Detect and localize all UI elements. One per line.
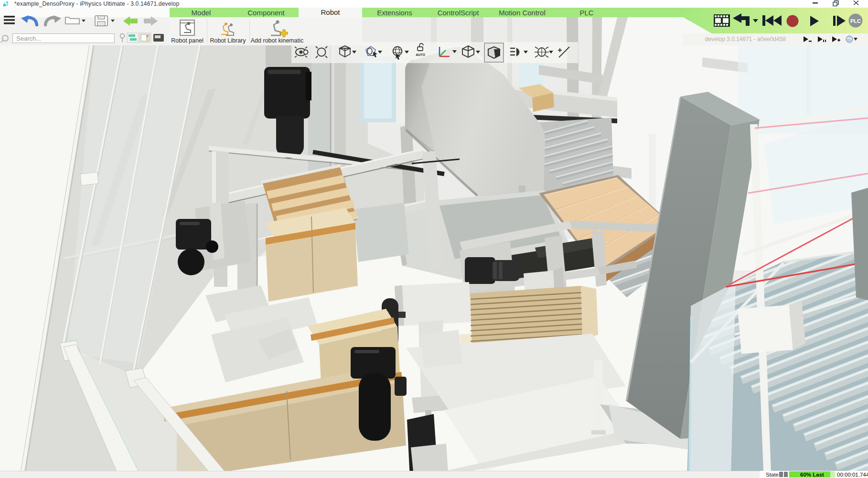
svg-text:AUTO: AUTO <box>416 53 425 56</box>
svg-text:develop 3.0.14671 - a0ee0d458: develop 3.0.14671 - a0ee0d458 <box>705 36 786 43</box>
svg-text:00:00:01.744: 00:00:01.744 <box>837 472 868 478</box>
svg-text:60% Last: 60% Last <box>800 472 824 478</box>
svg-text:State: State <box>766 472 779 478</box>
svg-text:PLC: PLC <box>850 18 861 24</box>
